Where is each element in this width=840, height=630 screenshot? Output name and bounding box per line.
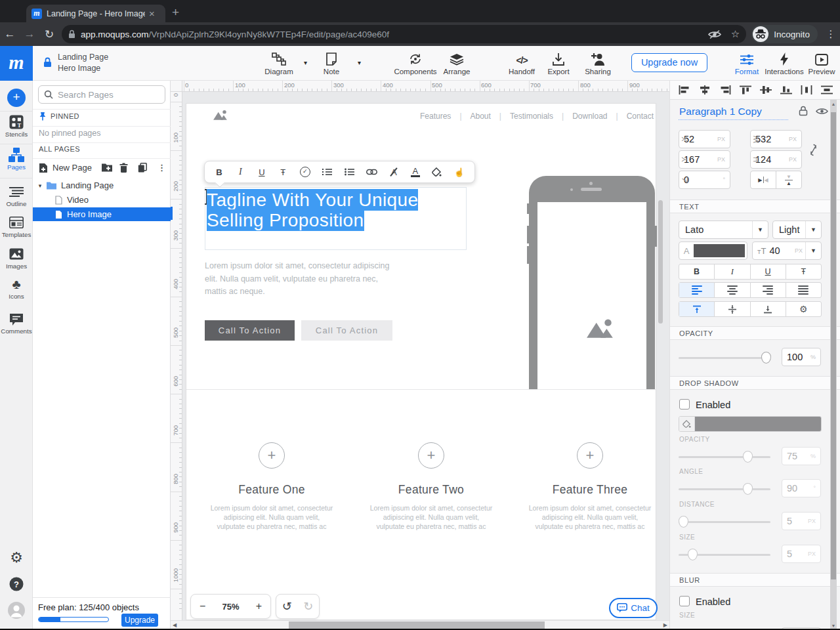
canvas-area[interactable]: 0 100 200 300 400 500 600 700 800 900 0 … [171,81,669,630]
project-name[interactable]: Landing Page [58,52,108,63]
add-stencil-button[interactable]: + [7,89,26,107]
note-caret-icon[interactable]: ▾ [358,59,361,66]
browser-tab[interactable]: m Landing Page - Hero Image × [26,5,165,22]
strikethrough-button[interactable]: Ŧ [786,264,821,279]
valign-top-button[interactable] [679,302,715,316]
nav-link[interactable]: Download [572,112,607,121]
new-tab-button[interactable]: + [172,5,179,20]
blur-enabled-checkbox[interactable] [679,596,690,606]
feature-block-1[interactable]: + Feature One Lorem ipsum dolor sit amet… [206,436,337,531]
bold-icon[interactable]: B [215,167,224,177]
tool-sharing[interactable]: Sharing [573,51,623,75]
fill-color-icon[interactable] [432,167,442,177]
distribute-h-icon[interactable] [801,85,812,94]
scroll-right-icon[interactable]: ▶ [663,622,667,628]
x-input[interactable]: X52PX [679,130,730,148]
sidebar-item-outline[interactable]: Outline [0,184,33,207]
upgrade-button[interactable]: Upgrade [121,614,158,627]
folder-row-landing-page[interactable]: ▾ Landing Page [33,178,171,192]
height-input[interactable]: H124PX [750,150,802,169]
lock-element-icon[interactable] [799,106,808,116]
zoom-in-button[interactable]: + [256,600,262,612]
eye-off-icon[interactable] [707,29,722,40]
shadow-opacity-input[interactable]: 75% [782,447,821,465]
reload-icon[interactable]: ↻ [39,28,59,41]
shadow-distance-input[interactable]: 5PX [782,512,821,530]
distribute-v-icon[interactable] [821,85,833,94]
zoom-level[interactable]: 75% [222,602,239,612]
sidebar-item-comments[interactable]: Comments [0,312,33,335]
shadow-angle-input[interactable]: 90° [782,479,821,497]
scroll-down-icon[interactable]: ▼ [830,623,837,628]
y-input[interactable]: Y167PX [679,150,730,169]
avatar[interactable] [0,602,33,619]
text-align-left-button[interactable] [679,283,715,297]
text-color-icon[interactable]: A [411,167,420,177]
nav-link[interactable]: Features [420,112,451,121]
cta-secondary-button[interactable]: Call To Action [301,320,392,341]
text-align-justify-button[interactable] [786,283,821,297]
nav-link[interactable]: Contact [627,112,654,121]
duplicate-page-icon[interactable] [138,163,147,173]
bookmark-star-icon[interactable]: ☆ [731,28,740,40]
flip-vertical-button[interactable]: ▼▲ [776,171,801,188]
underline-icon[interactable]: U [257,167,266,177]
underline-button[interactable]: U [751,264,786,279]
phone-mockup[interactable] [527,176,657,390]
text-settings-gear-button[interactable]: ⚙ [786,302,821,316]
forward-icon[interactable]: → [20,28,39,41]
width-input[interactable]: W532PX [750,130,802,148]
sidebar-item-stencils[interactable]: T Stencils [0,115,33,138]
italic-icon[interactable]: I [236,167,245,177]
shadow-color-swatch[interactable] [679,416,822,432]
feature-block-2[interactable]: + Feature Two Lorem ipsum dolor sit amet… [366,436,497,531]
cta-primary-button[interactable]: Call To Action [205,320,295,341]
clear-formatting-icon[interactable]: A [389,167,398,177]
check-circle-icon[interactable]: ✓ [300,167,310,177]
settings-button[interactable]: ⚙ [0,551,33,565]
delete-page-icon[interactable] [119,163,128,173]
opacity-slider[interactable] [679,357,770,359]
link-dimensions-icon[interactable] [809,144,818,156]
page-name[interactable]: Hero Image [58,63,108,74]
element-name[interactable]: Paragraph 1 Copy [679,106,762,117]
feature-block-3[interactable]: + Feature Three Lorem ipsum dolor sit am… [524,436,656,531]
panel-scrollbar[interactable]: ▲ ▼ [830,100,837,630]
italic-button[interactable]: I [715,264,750,279]
bold-button[interactable]: B [679,264,715,279]
page-row-video[interactable]: Video [33,193,171,207]
text-align-center-button[interactable] [715,283,750,297]
align-right-icon[interactable] [719,85,731,94]
ordered-list-icon[interactable] [322,168,332,176]
shadow-enabled-checkbox[interactable] [679,399,690,410]
undo-icon[interactable]: ↺ [282,599,292,614]
text-align-right-button[interactable] [751,283,786,297]
shadow-opacity-slider[interactable] [679,456,770,458]
tool-arrange[interactable]: Arrange [432,51,482,75]
font-weight-select[interactable]: Light ▼ [772,220,822,239]
browser-menu-icon[interactable]: ⋮ [822,28,840,40]
canvas-h-scrollbar[interactable]: ◀ ▶ [171,620,669,629]
url-bar[interactable]: app.moqups.com/VrpNdApiZplrhZ9Kl4oynNy8k… [62,25,746,43]
sidebar-item-icons[interactable]: ♣ Icons [0,277,33,300]
chat-button[interactable]: Chat [609,598,658,618]
visibility-eye-icon[interactable] [816,107,828,116]
new-folder-icon[interactable] [101,163,113,172]
valign-bottom-button[interactable] [751,302,786,316]
link-icon[interactable] [366,169,377,175]
wireframe-nav[interactable]: Features | About | Testimonials | Downlo… [420,112,654,121]
upgrade-now-button[interactable]: Upgrade now [631,53,707,72]
strikethrough-icon[interactable]: Ŧ [278,167,287,177]
close-tab-icon[interactable]: × [149,9,155,18]
headline-textbox[interactable]: Tagline With Your Unique Selling Proposi… [205,187,467,250]
search-input[interactable]: Search Pages [38,85,165,104]
opacity-input[interactable]: 100% [782,348,821,366]
valign-middle-button[interactable] [715,302,750,316]
zoom-out-button[interactable]: − [200,600,205,612]
body-paragraph[interactable]: Lorem ipsum dolor sit amet, consectetur … [205,260,389,299]
align-middle-v-icon[interactable] [760,85,772,94]
help-button[interactable]: ? [0,577,33,591]
shadow-distance-slider[interactable] [679,521,770,523]
sidebar-item-images[interactable]: Images [0,247,33,270]
align-center-h-icon[interactable] [699,85,711,94]
